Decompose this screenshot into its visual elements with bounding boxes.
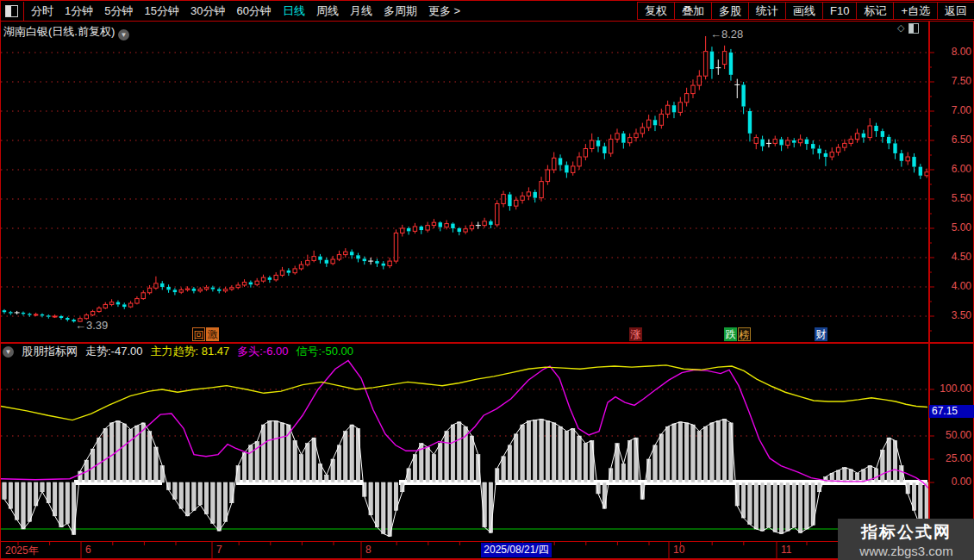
indicator-axis-label: 25.00 — [930, 452, 971, 464]
period-menu-item[interactable]: 5分钟 — [104, 3, 133, 19]
price-axis-label: 5.50 — [930, 192, 971, 204]
toolbar-menu: 复权叠加多股统计画线F10标记+自选返回 — [637, 2, 974, 20]
date-axis-label: 2025年 — [5, 544, 39, 558]
signal-marker-激: 激 — [206, 327, 219, 341]
toolbar-button[interactable]: 叠加 — [674, 2, 711, 20]
price-axis-label: 5.00 — [930, 221, 971, 233]
toolbar-button[interactable]: 标记 — [856, 2, 893, 20]
diamond-icon[interactable]: ◇ — [897, 22, 904, 34]
toolbar-button[interactable]: 统计 — [748, 2, 785, 20]
indicator-header: ▼ 股朋指标网走势:-47.00主力趋势: 81.47多头:-6.00信号:-5… — [3, 344, 353, 359]
price-axis-label: 6.00 — [930, 163, 971, 175]
price-axis-label: 8.00 — [930, 46, 971, 58]
indicator-header-item: 信号:-50.00 — [297, 344, 353, 359]
toolbar-button[interactable]: F10 — [822, 2, 856, 20]
period-menu: 分时1分钟5分钟15分钟30分钟60分钟日线周线月线多周期更多 > — [31, 3, 460, 19]
watermark-title: 指标公式网 — [838, 521, 974, 544]
indicator-axis-label: 50.00 — [930, 429, 971, 441]
toolbar-button[interactable]: 复权 — [637, 2, 674, 20]
period-menu-item[interactable]: 月线 — [350, 3, 372, 19]
watermark: 指标公式网 www.zbgs3.com — [838, 519, 974, 560]
signal-marker-榜: 榜 — [738, 327, 751, 341]
cursor-date-badge: 2025/08/21/四 — [481, 543, 552, 557]
axis-separator — [1, 541, 974, 542]
menu-divider — [23, 2, 24, 21]
price-axis-label: 7.50 — [930, 75, 971, 87]
top-menubar: 分时1分钟5分钟15分钟30分钟60分钟日线周线月线多周期更多 > 复权叠加多股… — [1, 1, 974, 22]
chart-title-row: 湖南白银(日线.前复权) ▼ — [3, 24, 129, 40]
cursor-value-badge: 67.15 — [929, 405, 974, 418]
period-menu-item[interactable]: 分时 — [31, 3, 53, 19]
price-axis-label: 4.00 — [930, 280, 971, 292]
toolbar-button[interactable]: 多股 — [711, 2, 748, 20]
price-axis-label: 6.50 — [930, 134, 971, 146]
period-menu-item[interactable]: 多周期 — [384, 3, 417, 19]
period-menu-item[interactable]: 1分钟 — [65, 3, 93, 19]
price-axis-label: 3.50 — [930, 309, 971, 321]
indicator-axis-label: 100.00 — [930, 383, 971, 395]
watermark-url: www.zbgs3.com — [838, 544, 974, 558]
period-menu-item[interactable]: 日线 — [283, 3, 305, 19]
price-axis-label: 4.50 — [930, 251, 971, 263]
date-axis-label: 6 — [85, 544, 91, 556]
signal-marker-财: 财 — [815, 327, 827, 341]
date-axis-label: 11 — [781, 544, 791, 556]
low-price-annotation: ←3.39 — [75, 319, 108, 332]
period-menu-item[interactable]: 30分钟 — [190, 3, 225, 19]
chart-corner-icons: ◇ — [897, 22, 919, 34]
indicator-header-item: 主力趋势: 81.47 — [150, 344, 229, 359]
indicator-header-item: 走势:-47.00 — [85, 344, 142, 359]
price-axis-label: 7.00 — [930, 104, 971, 116]
split-view-icon[interactable] — [908, 23, 919, 34]
date-axis-label: 7 — [216, 544, 222, 556]
indicator-values: 股朋指标网走势:-47.00主力趋势: 81.47多头:-6.00信号:-50.… — [22, 344, 353, 359]
period-menu-item[interactable]: 更多 > — [428, 3, 460, 19]
period-menu-item[interactable]: 周线 — [316, 3, 339, 19]
signal-marker-涨: 涨 — [629, 327, 642, 341]
date-axis-label: 8 — [365, 544, 371, 556]
date-axis-label: 10 — [673, 544, 684, 556]
chevron-down-icon[interactable]: ▼ — [118, 29, 129, 40]
toolbar-button[interactable]: 返回 — [937, 2, 974, 20]
high-price-annotation: ←8.28 — [710, 28, 743, 40]
signal-marker-回: 回 — [192, 327, 205, 341]
chart-canvas[interactable] — [1, 1, 974, 560]
toolbar-button[interactable]: 画线 — [785, 2, 822, 20]
period-menu-item[interactable]: 15分钟 — [144, 3, 178, 19]
chart-title: 湖南白银(日线.前复权) — [3, 25, 115, 38]
app-window: 分时1分钟5分钟15分钟30分钟60分钟日线周线月线多周期更多 > 复权叠加多股… — [0, 0, 974, 560]
indicator-header-item: 股朋指标网 — [22, 344, 78, 359]
chevron-down-icon[interactable]: ▼ — [3, 346, 14, 358]
window-layout-icon[interactable] — [5, 5, 18, 17]
indicator-header-item: 多头:-6.00 — [237, 344, 288, 359]
signal-marker-跌: 跌 — [724, 327, 737, 341]
toolbar-button[interactable]: +自选 — [893, 2, 937, 20]
period-menu-item[interactable]: 60分钟 — [236, 3, 271, 19]
indicator-axis-label: 0.00 — [930, 476, 971, 488]
